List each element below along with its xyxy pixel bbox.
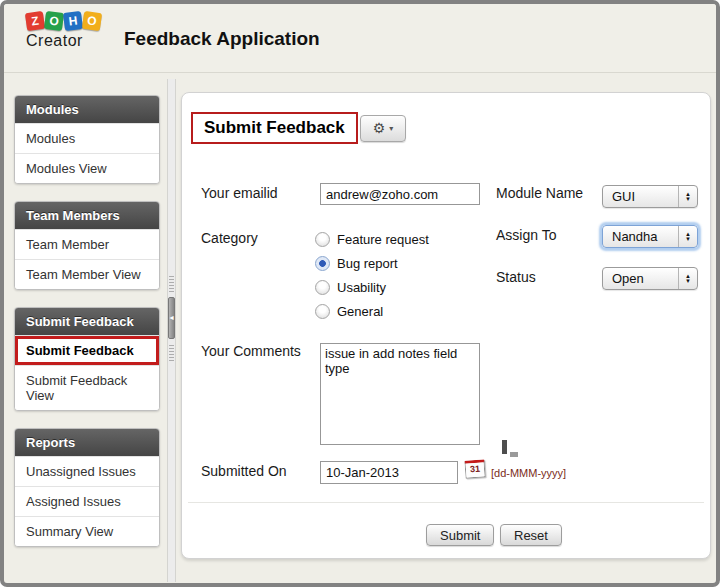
sidebar-item-summary-view[interactable]: Summary View bbox=[15, 516, 159, 546]
gear-icon: ⚙ bbox=[373, 120, 386, 136]
radio-label: Usability bbox=[337, 280, 386, 295]
comments-label: Your Comments bbox=[201, 343, 301, 359]
text-cursor-artifact bbox=[502, 440, 507, 454]
sidebar-item-team-member-view[interactable]: Team Member View bbox=[15, 259, 159, 289]
logo-creator-text: Creator bbox=[26, 32, 121, 50]
splitter-grip-bottom[interactable] bbox=[169, 345, 174, 361]
logo-letter-o2: O bbox=[82, 11, 102, 31]
assign-to-label: Assign To bbox=[496, 227, 556, 243]
status-value: Open bbox=[603, 271, 678, 286]
radio-icon[interactable] bbox=[315, 280, 330, 295]
stepper-arrows-icon: ▲▼ bbox=[678, 268, 697, 289]
radio-selected-icon[interactable] bbox=[315, 256, 330, 271]
sidebar-header-reports[interactable]: Reports bbox=[15, 429, 159, 456]
settings-menu-button[interactable]: ⚙ ▾ bbox=[360, 115, 406, 142]
status-select[interactable]: Open ▲▼ bbox=[602, 267, 698, 290]
email-label: Your emailid bbox=[201, 185, 278, 201]
zoho-logo-icon: ZOHO bbox=[26, 11, 121, 30]
date-format-hint: [dd-MMM-yyyy] bbox=[491, 467, 566, 479]
sidebar: Modules Modules Modules View Team Member… bbox=[14, 95, 160, 564]
submit-button[interactable]: Submit bbox=[426, 524, 494, 546]
sidebar-item-submit-feedback-view[interactable]: Submit Feedback View bbox=[15, 365, 159, 410]
radio-usability[interactable]: Usability bbox=[315, 280, 386, 295]
app-header: ZOHO Creator Feedback Application bbox=[4, 4, 716, 73]
radio-bug-report[interactable]: Bug report bbox=[315, 256, 398, 271]
sidebar-section-submit-feedback: Submit Feedback Submit Feedback Submit F… bbox=[14, 307, 160, 411]
sidebar-section-team-members: Team Members Team Member Team Member Vie… bbox=[14, 201, 160, 290]
form-divider bbox=[188, 502, 704, 503]
comments-textarea[interactable]: issue in add notes field type bbox=[320, 343, 480, 445]
sidebar-splitter[interactable]: ◂ bbox=[167, 79, 176, 582]
module-name-label: Module Name bbox=[496, 185, 583, 201]
sidebar-item-team-member[interactable]: Team Member bbox=[15, 229, 159, 259]
sidebar-item-submit-feedback[interactable]: Submit Feedback bbox=[15, 335, 159, 365]
logo-letter-o1: O bbox=[44, 11, 64, 31]
category-label: Category bbox=[201, 230, 258, 246]
logo-letter-z: Z bbox=[25, 11, 45, 31]
reset-button[interactable]: Reset bbox=[500, 524, 562, 546]
radio-feature-request[interactable]: Feature request bbox=[315, 232, 429, 247]
splitter-grip-top[interactable] bbox=[169, 276, 174, 292]
submitted-on-input[interactable] bbox=[320, 461, 458, 484]
sidebar-item-modules[interactable]: Modules bbox=[15, 123, 159, 153]
sidebar-header-team-members[interactable]: Team Members bbox=[15, 202, 159, 229]
sidebar-item-assigned-issues[interactable]: Assigned Issues bbox=[15, 486, 159, 516]
radio-label: General bbox=[337, 304, 383, 319]
sidebar-section-reports: Reports Unassigned Issues Assigned Issue… bbox=[14, 428, 160, 547]
collapse-arrow-icon: ◂ bbox=[169, 313, 173, 322]
email-input[interactable] bbox=[320, 183, 480, 205]
sidebar-header-submit-feedback[interactable]: Submit Feedback bbox=[15, 308, 159, 335]
splitter-collapse-handle[interactable]: ◂ bbox=[168, 297, 175, 339]
radio-icon[interactable] bbox=[315, 232, 330, 247]
chevron-down-icon: ▾ bbox=[389, 124, 393, 133]
form-panel: Submit Feedback ⚙ ▾ Your emailid Module … bbox=[181, 92, 711, 559]
radio-icon[interactable] bbox=[315, 304, 330, 319]
submitted-on-label: Submitted On bbox=[201, 463, 287, 479]
sidebar-item-modules-view[interactable]: Modules View bbox=[15, 153, 159, 183]
sidebar-section-modules: Modules Modules Modules View bbox=[14, 95, 160, 184]
text-cursor-artifact-shadow bbox=[510, 452, 518, 457]
status-label: Status bbox=[496, 269, 536, 285]
assign-to-select[interactable]: Nandha ▲▼ bbox=[602, 225, 698, 248]
module-name-select[interactable]: GUI ▲▼ bbox=[602, 185, 698, 208]
radio-label: Feature request bbox=[337, 232, 429, 247]
logo-letter-h: H bbox=[63, 11, 83, 31]
app-window: ZOHO Creator Feedback Application Module… bbox=[0, 0, 720, 587]
calendar-icon[interactable]: 31 bbox=[464, 459, 485, 478]
sidebar-item-unassigned-issues[interactable]: Unassigned Issues bbox=[15, 456, 159, 486]
zoho-creator-logo[interactable]: ZOHO Creator bbox=[26, 11, 121, 50]
sidebar-header-modules[interactable]: Modules bbox=[15, 96, 159, 123]
assign-to-value: Nandha bbox=[603, 229, 678, 244]
page-title: Submit Feedback bbox=[191, 112, 358, 144]
stepper-arrows-icon: ▲▼ bbox=[678, 186, 697, 207]
radio-label: Bug report bbox=[337, 256, 398, 271]
stepper-arrows-icon: ▲▼ bbox=[678, 226, 697, 247]
radio-general[interactable]: General bbox=[315, 304, 383, 319]
app-title: Feedback Application bbox=[124, 28, 320, 50]
module-name-value: GUI bbox=[603, 189, 678, 204]
